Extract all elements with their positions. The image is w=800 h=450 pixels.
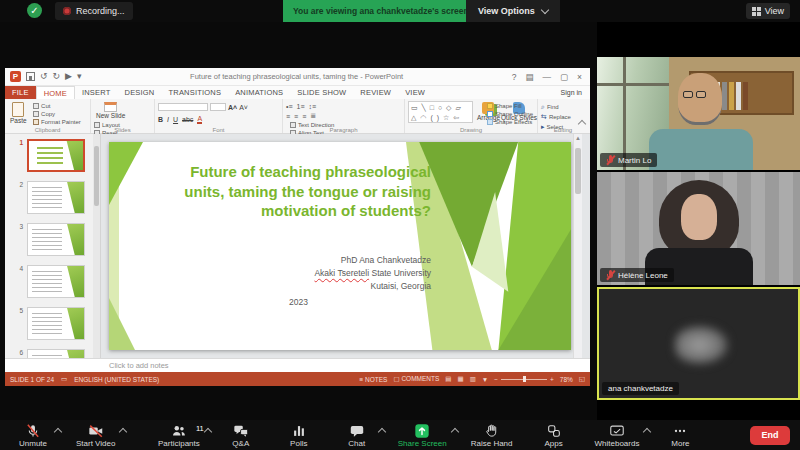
- align-center-button[interactable]: ≡: [294, 113, 298, 120]
- align-left-button[interactable]: ≡: [286, 113, 290, 120]
- more-icon: [672, 423, 688, 439]
- undo-icon[interactable]: ↺: [40, 71, 48, 82]
- slide-scrollbar[interactable]: ▲: [573, 134, 582, 358]
- numbering-button[interactable]: 1≡: [297, 103, 305, 110]
- slide-thumbnail-panel[interactable]: 1 2 3 4 5 6: [5, 134, 101, 358]
- slideshow-button[interactable]: ▼: [482, 376, 488, 383]
- save-icon[interactable]: [26, 72, 35, 81]
- video-tile-martin-lo[interactable]: Martin Lo: [597, 57, 800, 170]
- copy-button[interactable]: Copy: [33, 111, 81, 117]
- start-slideshow-icon[interactable]: ▶: [65, 71, 72, 82]
- slide-1-canvas[interactable]: Future of teaching phraseological units,…: [109, 142, 571, 350]
- comments-toggle[interactable]: ▢ COMMENTS: [393, 375, 439, 383]
- zoom-in-icon[interactable]: +: [550, 376, 554, 383]
- collapse-ribbon-button[interactable]: [579, 113, 585, 131]
- shapes-gallery[interactable]: ▭ ╲ □ ○ ◇ ▱ △ ◠ ( ) ☆ ⇦: [408, 101, 473, 123]
- participants-chevron[interactable]: [204, 427, 212, 435]
- share-options-chevron[interactable]: [450, 427, 458, 435]
- font-name-box[interactable]: [158, 103, 208, 111]
- grow-font-button[interactable]: A˄: [228, 104, 237, 111]
- video-tile-helene-leone[interactable]: Hélène Leone: [597, 172, 800, 285]
- view-button[interactable]: View: [746, 3, 790, 19]
- tab-view[interactable]: VIEW: [398, 86, 432, 99]
- slide-thumbnail-3[interactable]: 3: [15, 223, 85, 256]
- shape-effects-button[interactable]: Shape Effects: [487, 119, 533, 125]
- unmute-button[interactable]: Unmute: [16, 423, 50, 448]
- zoom-slider[interactable]: − +: [494, 376, 554, 383]
- display-settings-icon[interactable]: ▭: [61, 375, 67, 383]
- apps-button[interactable]: Apps: [537, 423, 571, 448]
- view-options-button[interactable]: View Options: [466, 0, 560, 22]
- facet-left-decoration: [109, 142, 143, 350]
- close-button[interactable]: ×: [577, 72, 582, 82]
- thumbnail-scrollbar[interactable]: [93, 134, 100, 358]
- line-spacing-button[interactable]: ↕≡: [309, 103, 317, 110]
- zoom-out-icon[interactable]: −: [494, 376, 498, 383]
- shape-fill-button[interactable]: Shape Fill: [487, 103, 533, 109]
- bold-button[interactable]: B: [158, 116, 163, 123]
- fit-slide-icon[interactable]: ◱: [579, 375, 585, 383]
- audio-options-chevron[interactable]: [54, 427, 62, 435]
- tab-animations[interactable]: ANIMATIONS: [228, 86, 290, 99]
- replace-button[interactable]: ⇆Replace: [541, 113, 571, 121]
- format-painter-button[interactable]: Format Painter: [33, 119, 81, 125]
- paste-button[interactable]: Paste: [10, 102, 27, 124]
- justify-button[interactable]: ≣: [310, 112, 316, 120]
- help-button[interactable]: ?: [512, 72, 517, 82]
- chat-chevron[interactable]: [378, 427, 386, 435]
- bullets-button[interactable]: •≡: [286, 103, 293, 110]
- tab-file[interactable]: FILE: [5, 86, 36, 99]
- slide-thumbnail-1[interactable]: 1: [15, 139, 85, 172]
- italic-button[interactable]: I: [167, 116, 169, 123]
- chat-button[interactable]: Chat: [340, 423, 374, 448]
- underline-button[interactable]: U: [173, 116, 178, 123]
- tab-slide-show[interactable]: SLIDE SHOW: [290, 86, 353, 99]
- font-size-box[interactable]: [210, 103, 226, 111]
- reading-view-button[interactable]: ▥: [470, 375, 476, 383]
- tab-design[interactable]: DESIGN: [118, 86, 162, 99]
- video-tile-ana-chankvetadze[interactable]: ana chankvetadze: [597, 287, 800, 400]
- normal-view-button[interactable]: ▤: [445, 375, 451, 383]
- tab-review[interactable]: REVIEW: [353, 86, 398, 99]
- redo-icon[interactable]: ↻: [53, 71, 61, 82]
- powerpoint-logo-icon: P: [10, 71, 21, 82]
- slide-sorter-button[interactable]: ▦: [457, 375, 463, 383]
- tab-transitions[interactable]: TRANSITIONS: [162, 86, 229, 99]
- end-meeting-button[interactable]: End: [750, 426, 790, 445]
- zoom-percent[interactable]: 78%: [560, 376, 573, 383]
- tab-insert[interactable]: INSERT: [75, 86, 118, 99]
- find-button[interactable]: ⌕Find: [541, 103, 571, 111]
- font-color-button[interactable]: A: [197, 115, 202, 124]
- shape-outline-button[interactable]: Shape Outline: [487, 111, 533, 117]
- ribbon-options-button[interactable]: ▤: [525, 72, 533, 82]
- slide-thumbnail-2[interactable]: 2: [15, 181, 85, 214]
- minimize-button[interactable]: —: [543, 72, 552, 82]
- slide-thumbnail-6[interactable]: 6: [15, 349, 85, 358]
- participants-button[interactable]: 11 Participants: [158, 423, 200, 448]
- notes-toggle[interactable]: ≡ NOTES: [359, 376, 387, 383]
- muted-mic-icon: [606, 155, 614, 165]
- slide-title-placeholder[interactable]: Future of teaching phraseological units,…: [175, 162, 431, 221]
- tab-home[interactable]: HOME: [36, 86, 75, 99]
- notes-pane[interactable]: Click to add notes: [5, 358, 590, 372]
- sign-in-link[interactable]: Sign in: [561, 86, 590, 99]
- strikethrough-button[interactable]: abc: [182, 116, 193, 123]
- qa-button[interactable]: Q&A: [224, 423, 258, 448]
- slide-subtitle-placeholder[interactable]: PhD Ana Chankvetadze Akaki Tsereteli Sta…: [289, 254, 431, 309]
- slide-thumbnail-5[interactable]: 5: [15, 307, 85, 340]
- more-button[interactable]: More: [663, 423, 697, 448]
- whiteboards-button[interactable]: Whiteboards: [595, 423, 640, 448]
- recording-indicator[interactable]: Recording...: [55, 2, 133, 20]
- language-indicator[interactable]: ENGLISH (UNITED STATES): [74, 376, 159, 383]
- whiteboards-chevron[interactable]: [643, 427, 651, 435]
- share-screen-button[interactable]: Share Screen: [398, 423, 447, 448]
- new-slide-button[interactable]: New Slide: [96, 102, 125, 119]
- cut-button[interactable]: Cut: [33, 103, 81, 109]
- restore-button[interactable]: ▢: [560, 72, 568, 82]
- raise-hand-button[interactable]: Raise Hand: [471, 423, 513, 448]
- slide-thumbnail-4[interactable]: 4: [15, 265, 85, 298]
- shrink-font-button[interactable]: A˅: [239, 104, 248, 111]
- align-right-button[interactable]: ≡: [302, 113, 306, 120]
- start-video-button[interactable]: Start Video: [76, 423, 115, 448]
- polls-button[interactable]: Polls: [282, 423, 316, 448]
